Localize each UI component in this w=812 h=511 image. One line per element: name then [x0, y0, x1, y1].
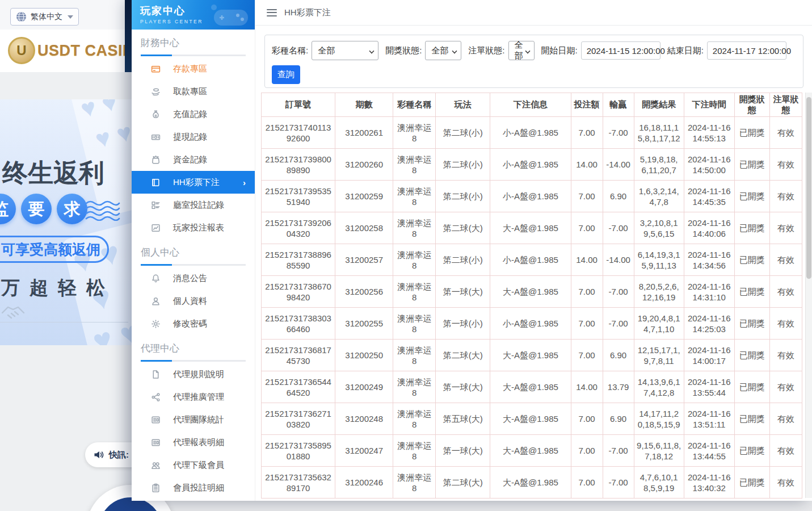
- sidebar-item-withdraw[interactable]: 取款專區 ›: [132, 80, 255, 103]
- sidebar-item-player-bet-report[interactable]: 玩家投注報表 ›: [132, 216, 255, 239]
- table-cell: 大-A盤@1.985: [490, 467, 571, 499]
- table-cell: 小-A盤@1.985: [490, 244, 571, 276]
- sidebar-item-agent-report-detail[interactable]: 代理報表明細 ›: [132, 431, 255, 454]
- table-cell: 第二球(小): [436, 181, 490, 212]
- sidebar-item-agent-team-stats[interactable]: 代理團隊統計 ›: [132, 408, 255, 431]
- table-cell: -7.00: [603, 212, 634, 244]
- sidebar-item-withdraw-records[interactable]: 提現記錄 ›: [132, 125, 255, 148]
- sidebar-item-hh-lottery-bets[interactable]: HH彩票下注 ›: [132, 171, 255, 194]
- banknote-icon: [151, 132, 161, 142]
- bets-table-wrap: 訂單號期數彩種名稱玩法下注信息投注額輸贏開獎結果下注時間開獎狀態注單狀態 215…: [261, 93, 802, 499]
- lottery-name-label: 彩種名稱:: [272, 45, 308, 56]
- column-header: 投注額: [571, 93, 603, 117]
- table-cell: 19,20,4,8,14,7,1,10: [634, 308, 684, 340]
- table-cell: 已開獎: [734, 308, 769, 340]
- end-date-input[interactable]: 2024-11-17 12:00:00: [707, 41, 786, 60]
- chevron-down-icon: [452, 48, 457, 53]
- query-button[interactable]: 查詢: [272, 65, 300, 84]
- sidebar-item-hall-bet-records[interactable]: 廳室投註記錄 ›: [132, 194, 255, 216]
- table-cell: 7.00: [571, 212, 603, 244]
- table-cell: 2152173173920604320: [262, 212, 335, 244]
- language-selector[interactable]: 繁体中文: [10, 8, 79, 26]
- gear-icon: [151, 319, 161, 329]
- table-cell: 2152173174011392600: [262, 117, 335, 149]
- table-row: 215217317386709842031200256澳洲幸运8第一球(大)大-…: [262, 276, 802, 308]
- table-cell: 已開獎: [734, 403, 769, 435]
- table-cell: 已開獎: [734, 371, 769, 403]
- table-cell: 2024-11-16 14:34:56: [684, 244, 734, 276]
- sidebar-item-funds-records[interactable]: 資金記錄 ›: [132, 148, 255, 171]
- table-cell: 7.00: [571, 435, 603, 467]
- table-cell: 已開獎: [734, 467, 769, 499]
- sidebar-item-agent-rules[interactable]: 代理規則說明 ›: [132, 363, 255, 386]
- background-body: ♥ ♥ ♥ ♥ ♥ ♥ ♥♥ ♥ 终生返利 监 要 求 可享受高额返佣 万超轻松: [0, 72, 132, 511]
- brand-logo-text: USDT CASINO: [37, 42, 126, 60]
- order-status-label: 注單狀態:: [468, 45, 504, 56]
- people-icon: [151, 460, 161, 470]
- table-cell: 澳洲幸运8: [393, 117, 436, 149]
- sidebar-item-recharge-records[interactable]: 充值記錄 ›: [132, 103, 255, 125]
- table-cell: 澳洲幸运8: [393, 244, 436, 276]
- sidebar-section-underline: [141, 55, 246, 56]
- sidebar-item-change-password[interactable]: 修改密碼 ›: [132, 312, 255, 335]
- sidebar-item-agent-promotion[interactable]: 代理推廣管理 ›: [132, 386, 255, 408]
- column-header: 玩法: [436, 93, 490, 117]
- table-cell: 2024-11-16 13:44:55: [684, 435, 734, 467]
- chevron-right-icon: ›: [243, 178, 246, 187]
- end-date-label: 結束日期:: [667, 45, 704, 56]
- column-header: 輸贏: [603, 93, 634, 117]
- list-icon: [151, 200, 161, 210]
- page: 繁体中文 U USDT CASINO ♥ ♥ ♥ ♥ ♥ ♥ ♥♥ ♥ 终生返利…: [0, 0, 812, 511]
- cash-hand-icon: [151, 86, 161, 97]
- table-cell: 第五球(大): [436, 403, 490, 435]
- sidebar-header: 玩家中心 PLAYERS CENTER: [132, 0, 255, 30]
- chevron-down-icon: [369, 48, 375, 53]
- moneybag-icon: [151, 109, 161, 119]
- table-cell: 有效: [769, 308, 802, 340]
- table-cell: 有效: [769, 244, 802, 276]
- table-cell: 14.00: [571, 371, 603, 403]
- sidebar-item-messages[interactable]: 消息公告 ›: [132, 267, 255, 290]
- brand-logo[interactable]: U USDT CASINO: [0, 30, 126, 72]
- table-cell: 已開獎: [734, 340, 769, 371]
- table-cell: 2024-11-16 13:40:32: [684, 467, 734, 499]
- table-cell: 第一球(大): [436, 276, 490, 308]
- sidebar-item-agent-sub-members[interactable]: 代理下級會員 ›: [132, 454, 255, 476]
- column-header: 下注信息: [490, 93, 571, 117]
- sidebar-section-label-personal: 個人中心: [141, 246, 246, 259]
- banner-tagline: 万超轻松: [1, 275, 115, 301]
- table-cell: 31200249: [335, 371, 393, 403]
- filter-panel: 彩種名稱: 全部 開獎狀態: 全部 注單狀態: 全部 開始: [264, 35, 803, 88]
- scrollbar[interactable]: [805, 93, 812, 498]
- scrollbar-thumb[interactable]: [806, 97, 811, 279]
- column-header: 期數: [335, 93, 393, 117]
- table-header-row: 訂單號期數彩種名稱玩法下注信息投注額輸贏開獎結果下注時間開獎狀態注單狀態: [262, 93, 802, 117]
- table-cell: 2024-11-16 14:00:17: [684, 340, 734, 371]
- start-date-input[interactable]: 2024-11-15 12:00:00: [581, 41, 660, 60]
- table-cell: 14,17,11,20,18,5,15,9: [634, 403, 684, 435]
- news-icon: [151, 437, 161, 447]
- lottery-name-select[interactable]: 全部: [312, 41, 378, 60]
- sidebar-item-deposit[interactable]: 存款專區 ›: [132, 57, 255, 80]
- table-cell: 7.00: [571, 181, 603, 212]
- sidebar-item-member-bet-detail[interactable]: 會員投註明細 ›: [132, 476, 255, 499]
- table-cell: 5,19,8,18,6,11,20,7: [634, 149, 684, 181]
- table-cell: 有效: [769, 435, 802, 467]
- sidebar-item-profile[interactable]: 個人資料 ›: [132, 290, 255, 312]
- table-cell: 2152173173563289170: [262, 467, 335, 499]
- purse-icon: [151, 154, 161, 165]
- table-cell: 2152173173889685590: [262, 244, 335, 276]
- table-cell: 有效: [769, 149, 802, 181]
- draw-status-select[interactable]: 全部: [425, 41, 461, 60]
- table-cell: -7.00: [603, 467, 634, 499]
- table-cell: 第一球(大): [436, 371, 490, 403]
- table-cell: 澳洲幸运8: [393, 371, 436, 403]
- table-cell: 31200261: [335, 117, 393, 149]
- banner-pill: 可享受高额返佣: [0, 236, 109, 263]
- table-cell: 大-A盤@1.985: [490, 403, 571, 435]
- menu-icon[interactable]: [267, 9, 277, 16]
- table-cell: 小-A盤@1.985: [490, 149, 571, 181]
- clipboard-icon: [151, 483, 161, 493]
- table-cell: 澳洲幸运8: [393, 212, 436, 244]
- order-status-select[interactable]: 全部: [508, 41, 535, 60]
